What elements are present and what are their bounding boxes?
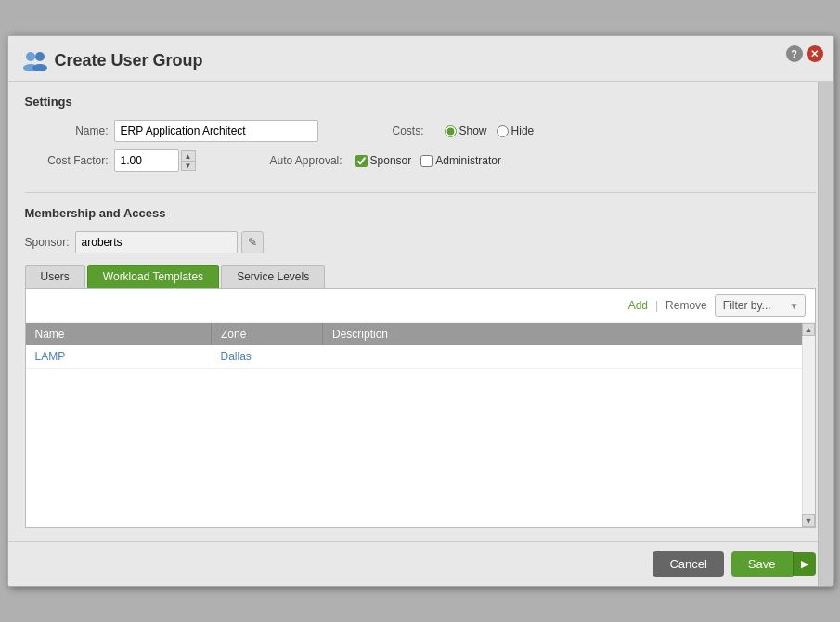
scroll-down-arrow[interactable]: ▼ — [802, 514, 815, 527]
tabs-row: Users Workload Templates Service Levels — [25, 265, 816, 288]
dialog-header: Create User Group ? ✕ — [8, 36, 833, 82]
administrator-checkbox-item[interactable]: Administrator — [420, 154, 501, 167]
row-name[interactable]: LAMP — [26, 345, 212, 369]
spin-down-button[interactable]: ▼ — [181, 161, 196, 171]
sponsor-checkbox[interactable] — [355, 155, 368, 167]
costs-options: Costs: Show Hide — [393, 124, 535, 137]
show-radio[interactable] — [445, 125, 457, 137]
administrator-checkbox[interactable] — [420, 155, 433, 167]
sponsor-label: Sponsor: — [25, 236, 70, 249]
sponsor-input[interactable] — [75, 231, 238, 253]
save-button-wrap: Save ▶ — [731, 551, 816, 577]
dialog-controls: ? ✕ — [786, 45, 823, 62]
svg-point-3 — [32, 64, 47, 71]
spin-buttons: ▲ ▼ — [181, 150, 196, 171]
name-row: Name: Costs: Show Hide — [25, 120, 816, 142]
dialog-footer: Cancel Save ▶ — [8, 541, 833, 586]
administrator-check-label: Administrator — [435, 154, 501, 167]
sponsor-edit-button[interactable]: ✎ — [241, 231, 264, 253]
tab-service-levels[interactable]: Service Levels — [221, 265, 325, 288]
table-toolbar: Add | Remove Filter by... ▼ — [26, 289, 815, 323]
costs-radio-group: Show Hide — [445, 124, 535, 137]
cost-factor-row: Cost Factor: ▲ ▼ Auto Approval: Sponsor — [25, 149, 816, 172]
row-zone[interactable]: Dallas — [212, 345, 323, 369]
cancel-button[interactable]: Cancel — [653, 551, 723, 577]
tab-workload-templates[interactable]: Workload Templates — [87, 265, 219, 288]
workload-templates-table: Name Zone Description LAMP Dallas — [26, 323, 802, 369]
dialog-body: Settings Name: Costs: Show Hide — [8, 82, 833, 541]
name-input[interactable] — [114, 120, 318, 142]
dialog-title: Create User Group — [55, 51, 203, 71]
settings-section: Settings Name: Costs: Show Hide — [25, 95, 816, 193]
spin-up-button[interactable]: ▲ — [181, 150, 196, 161]
toolbar-divider: | — [655, 299, 658, 312]
sponsor-check-label: Sponsor — [370, 154, 412, 167]
membership-section: Membership and Access Sponsor: ✎ Users W… — [25, 206, 816, 528]
table-header: Name Zone Description — [26, 323, 802, 345]
user-group-icon — [21, 47, 47, 73]
table-container: Name Zone Description LAMP Dallas — [26, 323, 815, 527]
filter-arrow-icon: ▼ — [790, 301, 799, 311]
add-link[interactable]: Add — [628, 299, 648, 312]
col-zone: Zone — [212, 323, 323, 345]
filter-dropdown[interactable]: Filter by... ▼ — [715, 294, 806, 317]
cost-factor-input[interactable] — [114, 149, 179, 172]
save-dropdown-button[interactable]: ▶ — [793, 552, 816, 576]
svg-point-1 — [35, 52, 45, 61]
membership-title: Membership and Access — [25, 206, 816, 220]
show-radio-item[interactable]: Show — [445, 124, 487, 137]
close-button[interactable]: ✕ — [807, 45, 823, 62]
tab-content: Add | Remove Filter by... ▼ Name Zone — [25, 288, 816, 528]
costs-label: Costs: — [393, 124, 424, 137]
settings-title: Settings — [25, 95, 816, 109]
hide-radio-item[interactable]: Hide — [497, 124, 535, 137]
sponsor-checkbox-item[interactable]: Sponsor — [355, 154, 412, 167]
hide-label: Hide — [511, 124, 535, 137]
save-button[interactable]: Save — [731, 551, 793, 577]
col-name: Name — [26, 323, 212, 345]
table-body: LAMP Dallas — [26, 345, 802, 369]
scroll-up-arrow[interactable]: ▲ — [802, 323, 815, 336]
col-description: Description — [323, 323, 802, 345]
auto-approval-label: Auto Approval: — [270, 154, 342, 167]
sponsor-row: Sponsor: ✎ — [25, 231, 816, 253]
row-description — [323, 345, 802, 369]
cost-factor-wrap: ▲ ▼ — [114, 149, 196, 172]
cost-factor-label: Cost Factor: — [25, 154, 109, 167]
help-button[interactable]: ? — [786, 45, 803, 62]
edit-icon: ✎ — [248, 236, 257, 249]
table-row[interactable]: LAMP Dallas — [26, 345, 802, 369]
scrollbar[interactable]: ▲ ▼ — [802, 323, 815, 527]
tab-users[interactable]: Users — [25, 265, 85, 288]
filter-label: Filter by... — [723, 299, 771, 312]
svg-point-0 — [26, 52, 35, 61]
right-stripe — [818, 36, 833, 586]
show-label: Show — [459, 124, 487, 137]
name-label: Name: — [25, 124, 109, 137]
hide-radio[interactable] — [497, 125, 509, 137]
remove-link[interactable]: Remove — [666, 299, 707, 312]
create-user-group-dialog: Create User Group ? ✕ Settings Name: Cos… — [7, 35, 834, 587]
